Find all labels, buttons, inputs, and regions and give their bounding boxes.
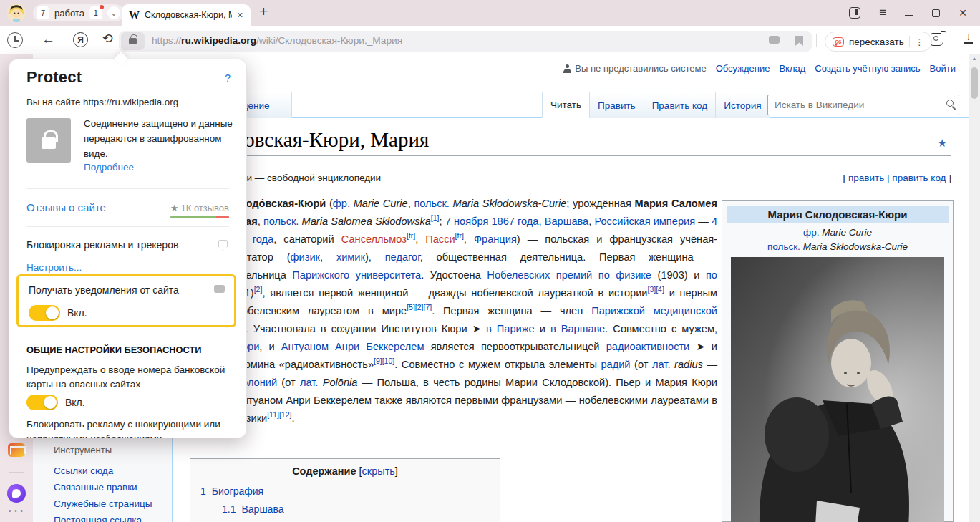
alice-assistant-icon[interactable] bbox=[7, 484, 26, 503]
page-scrollbar[interactable]: ▲ bbox=[969, 54, 980, 522]
comments-icon[interactable] bbox=[769, 36, 780, 44]
toc-item-warsaw[interactable]: 1.1Варшава bbox=[222, 503, 490, 515]
reviews-rating: ★1К отзывов bbox=[170, 203, 229, 218]
tab-history[interactable]: История bbox=[715, 92, 770, 118]
profile-avatar[interactable] bbox=[7, 4, 26, 22]
url-path: /wiki/Склодовская-Кюри,_Мария bbox=[256, 35, 402, 46]
personal-link-talk[interactable]: Обсуждение bbox=[716, 63, 770, 74]
article-lead-paragraph: Мари́я Склодо́вская-Кюри́ (фр. Marie Cur… bbox=[190, 195, 717, 427]
infobox-french-name: фр. Marie Curie bbox=[725, 227, 950, 238]
portrait-photo[interactable] bbox=[731, 257, 944, 522]
url-host: ru.wikipedia.org bbox=[181, 35, 256, 46]
url-field[interactable]: https://ru.wikipedia.org/wiki/Склодовска… bbox=[119, 31, 812, 52]
url-text[interactable]: https://ru.wikipedia.org/wiki/Склодовска… bbox=[152, 35, 402, 46]
configure-link[interactable]: Настроить... bbox=[26, 262, 82, 273]
notifications-toggle[interactable] bbox=[29, 305, 60, 321]
tab-group-pill[interactable]: 7 работа 1 ⌄ bbox=[33, 4, 124, 21]
tab-group-count-badge[interactable]: 7 bbox=[37, 6, 49, 19]
tab-title: Склодовская-Кюри, Ма bbox=[145, 10, 232, 20]
toc-heading[interactable]: Содержание [скрыть] bbox=[200, 465, 490, 477]
view-tabs: Читать Править Править код История bbox=[542, 92, 770, 118]
adblock-label: Блокировка рекламы и трекеров bbox=[26, 239, 178, 251]
window-controls: ≡ ✕ bbox=[849, 0, 980, 26]
help-icon[interactable]: ? bbox=[225, 72, 231, 84]
more-vertical-icon[interactable]: ⋮ bbox=[915, 37, 924, 47]
chevron-down-icon[interactable]: ⌄ bbox=[107, 6, 120, 19]
protect-title: Protect bbox=[26, 68, 82, 87]
tab-read[interactable]: Читать bbox=[542, 92, 589, 118]
article-title-row: Склодовская-Кюри, Мария ★ bbox=[190, 128, 951, 156]
protect-popup: Protect ? Вы на сайте https://ru.wikiped… bbox=[9, 59, 247, 438]
mail-icon[interactable] bbox=[8, 443, 25, 457]
bookmark-icon[interactable] bbox=[795, 36, 803, 46]
tab-close-icon[interactable]: ✕ bbox=[237, 11, 243, 20]
shield-icon bbox=[218, 240, 228, 251]
lock-icon bbox=[42, 137, 56, 149]
rephrase-divider bbox=[909, 36, 910, 47]
tab-group-badge[interactable]: 1 bbox=[89, 6, 102, 19]
site-reviews-link[interactable]: Отзывы о сайте bbox=[26, 201, 106, 213]
notifications-toggle-row: Вкл. bbox=[29, 305, 87, 321]
site-lock-chip[interactable] bbox=[121, 32, 145, 50]
tab-group-name[interactable]: работа bbox=[54, 8, 84, 19]
card-warning-toggle-row: Вкл. bbox=[26, 395, 85, 410]
sidebar-link-special[interactable]: Служебные страницы bbox=[54, 498, 152, 509]
personal-link-login[interactable]: Войти bbox=[930, 63, 956, 74]
infobox: Мария Склодовская-Кюри фр. Marie Curie п… bbox=[722, 200, 954, 522]
reviews-count: 1К отзывов bbox=[180, 203, 229, 213]
collections-tag-icon[interactable] bbox=[931, 33, 943, 46]
sidebar-link-related[interactable]: Связанные правки bbox=[54, 482, 152, 493]
notification-dot bbox=[100, 5, 104, 9]
toggle-state-label: Вкл. bbox=[67, 307, 87, 319]
infobox-polish-name: польск. Maria Skłodowska-Curie bbox=[725, 241, 950, 252]
new-tab-button[interactable]: + bbox=[259, 3, 268, 20]
rephrase-button[interactable]: 66 пересказать ⋮ bbox=[825, 32, 932, 52]
back-button[interactable]: ← bbox=[42, 32, 55, 47]
rail-divider bbox=[9, 472, 24, 473]
details-link[interactable]: Подробнее bbox=[84, 162, 134, 173]
divider bbox=[26, 226, 229, 227]
menu-icon[interactable]: ≡ bbox=[879, 6, 886, 20]
card-warning-toggle[interactable] bbox=[26, 395, 58, 410]
toolbar-separator bbox=[816, 34, 817, 47]
active-tab[interactable]: W Склодовская-Кюри, Ма ✕ bbox=[122, 4, 251, 26]
maximize-button[interactable] bbox=[932, 9, 940, 17]
tab-edit-source[interactable]: Править код bbox=[644, 92, 716, 118]
personal-link-contribs[interactable]: Вклад bbox=[779, 63, 805, 74]
rephrase-label: пересказать bbox=[849, 37, 904, 47]
avatar-girl-icon bbox=[7, 4, 26, 22]
minimize-button[interactable] bbox=[905, 15, 913, 16]
shocking-ads-label: Блокировать рекламу с шокирующими или не… bbox=[26, 417, 233, 438]
wiki-tools-sidebar: Инструменты Ссылки сюда Связанные правки… bbox=[54, 445, 152, 522]
personal-link-create-account[interactable]: Создать учётную запись bbox=[815, 63, 920, 74]
side-panel-icon[interactable] bbox=[849, 7, 860, 19]
notifications-label: Получать уведомления от сайта bbox=[29, 284, 179, 296]
scrollbar-thumb[interactable] bbox=[971, 67, 978, 99]
user-person-icon bbox=[563, 64, 571, 72]
toc-item-biography[interactable]: 1Биография bbox=[200, 485, 490, 497]
section-edit-links[interactable]: [ править | править код ] bbox=[843, 173, 951, 183]
sidebar-link-permanent[interactable]: Постоянная ссылка bbox=[54, 515, 152, 522]
rail-overflow-dots[interactable]: • • • bbox=[9, 507, 24, 515]
quote-bubble-icon: 66 bbox=[833, 37, 844, 47]
site-line: Вы на сайте https://ru.wikipedia.org bbox=[26, 97, 178, 107]
download-icon[interactable]: ↓ bbox=[964, 32, 974, 44]
search-input[interactable] bbox=[767, 95, 959, 115]
refresh-button[interactable]: ⟳ bbox=[102, 31, 113, 47]
featured-star-icon[interactable]: ★ bbox=[938, 137, 947, 150]
sidebar-link-whatlinkshere[interactable]: Ссылки сюда bbox=[54, 465, 152, 476]
search-magnifier-icon[interactable] bbox=[946, 100, 954, 107]
login-notice: Вы не представились системе bbox=[563, 63, 706, 74]
notification-bubble-icon bbox=[214, 285, 225, 293]
tab-edit[interactable]: Править bbox=[589, 92, 644, 118]
wikipedia-favicon: W bbox=[129, 9, 140, 21]
rating-bar bbox=[170, 216, 229, 218]
card-warning-label: Предупреждать о вводе номера банковской … bbox=[26, 363, 228, 392]
table-of-contents: Содержание [скрыть] 1Биография 1.1Варшав… bbox=[190, 458, 500, 522]
close-button[interactable]: ✕ bbox=[959, 7, 967, 19]
yandex-logo-icon[interactable]: Я bbox=[73, 32, 88, 47]
browser-window: 7 работа 1 ⌄ W Склодовская-Кюри, Ма ✕ + … bbox=[0, 0, 980, 522]
scroll-up-icon[interactable]: ▲ bbox=[969, 56, 980, 61]
history-clock-icon[interactable] bbox=[7, 32, 23, 48]
wiki-search[interactable] bbox=[767, 95, 959, 115]
